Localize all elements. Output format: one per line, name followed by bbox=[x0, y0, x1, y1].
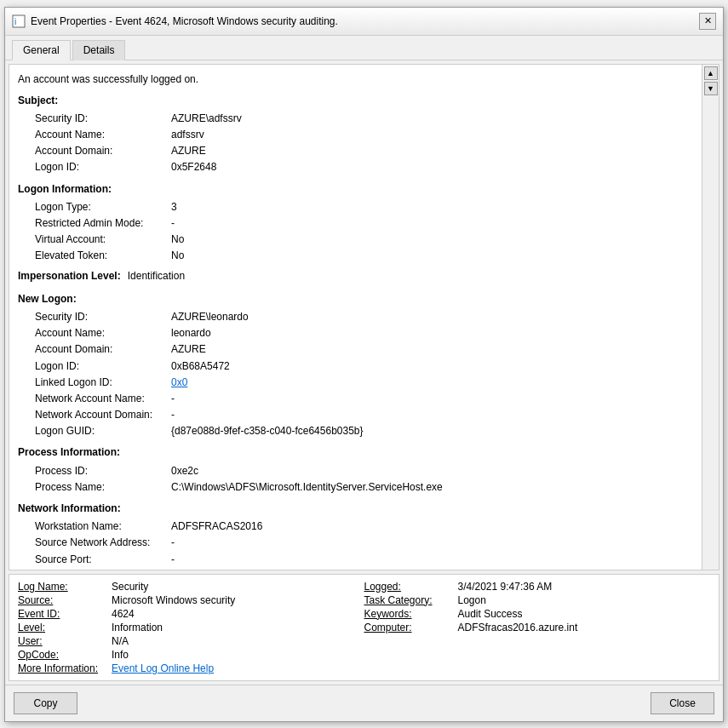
info-row-more-info: More Information: Event Log Online Help bbox=[18, 662, 364, 675]
close-button[interactable]: Close bbox=[651, 692, 714, 714]
value-new-account-domain: AZURE bbox=[171, 341, 206, 358]
value-virtual-account: No bbox=[171, 232, 184, 248]
info-row-logged: Logged: 3/4/2021 9:47:36 AM bbox=[364, 580, 711, 593]
field-linked-logon-id: Linked Logon ID: 0x0 bbox=[35, 375, 693, 391]
value-linked-logon-id[interactable]: 0x0 bbox=[171, 375, 187, 391]
info-row-keywords: Keywords: Audit Success bbox=[364, 607, 711, 621]
field-restricted-admin: Restricted Admin Mode: - bbox=[35, 215, 693, 232]
scroll-down-button[interactable]: ▼ bbox=[704, 82, 718, 95]
value-log-name: Security bbox=[112, 581, 148, 593]
value-task-category: Logon bbox=[458, 594, 486, 606]
window-title: Event Properties - Event 4624, Microsoft… bbox=[31, 15, 338, 27]
value-process-name: C:\Windows\ADFS\Microsoft.IdentityServer… bbox=[171, 479, 443, 496]
value-more-info[interactable]: Event Log Online Help bbox=[112, 662, 214, 674]
value-process-id: 0xe2c bbox=[171, 463, 198, 479]
label-logon-guid: Logon GUID: bbox=[35, 423, 171, 439]
label-account-domain: Account Domain: bbox=[35, 143, 171, 159]
label-virtual-account: Virtual Account: bbox=[35, 232, 171, 248]
info-row-source: Source: Microsoft Windows security bbox=[18, 593, 364, 607]
section-network-info: Network Information: bbox=[18, 501, 693, 517]
field-new-security-id: Security ID: AZURE\leonardo bbox=[35, 309, 693, 325]
label-source: Source: bbox=[18, 594, 112, 606]
label-security-id: Security ID: bbox=[35, 111, 171, 127]
info-row-task-category: Task Category: Logon bbox=[364, 593, 711, 607]
value-computer: ADFSfracas2016.azure.int bbox=[458, 622, 578, 633]
value-source-port: - bbox=[171, 552, 175, 568]
scrollable-content: An account was successfully logged on. S… bbox=[9, 64, 719, 570]
field-logon-type: Logon Type: 3 bbox=[35, 199, 693, 215]
label-impersonation: Impersonation Level: bbox=[18, 268, 121, 284]
info-left-col: Log Name: Security Source: Microsoft Win… bbox=[18, 580, 364, 675]
value-logon-type: 3 bbox=[171, 199, 177, 215]
label-level: Level: bbox=[18, 622, 112, 633]
value-elevated-token: No bbox=[171, 248, 184, 264]
event-text-content[interactable]: An account was successfully logged on. S… bbox=[9, 65, 702, 570]
label-more-info: More Information: bbox=[18, 662, 112, 674]
label-process-name: Process Name: bbox=[35, 479, 171, 496]
tab-details[interactable]: Details bbox=[72, 40, 126, 60]
value-keywords: Audit Success bbox=[458, 608, 523, 620]
value-new-logon-id: 0xB68A5472 bbox=[171, 358, 230, 375]
label-process-id: Process ID: bbox=[35, 463, 171, 479]
section-subject: Subject: bbox=[18, 93, 693, 109]
label-source-port: Source Port: bbox=[35, 552, 171, 568]
field-account-domain: Account Domain: AZURE bbox=[35, 143, 693, 159]
value-workstation-name: ADFSFRACAS2016 bbox=[171, 519, 262, 535]
info-row-log-name: Log Name: Security bbox=[18, 580, 364, 593]
label-event-id: Event ID: bbox=[18, 608, 112, 620]
info-right-col: Logged: 3/4/2021 9:47:36 AM Task Categor… bbox=[364, 580, 711, 675]
value-security-id: AZURE\adfssrv bbox=[171, 111, 242, 127]
label-new-account-domain: Account Domain: bbox=[35, 341, 171, 358]
label-logon-id-subject: Logon ID: bbox=[35, 159, 171, 175]
section-process-info: Process Information: bbox=[18, 444, 693, 461]
label-account-name: Account Name: bbox=[35, 127, 171, 143]
info-row-user: User: N/A bbox=[18, 634, 364, 648]
field-new-logon-id: Logon ID: 0xB68A5472 bbox=[35, 358, 693, 375]
label-source-network-address: Source Network Address: bbox=[35, 535, 171, 551]
value-impersonation: Identification bbox=[128, 268, 185, 286]
info-row-computer: Computer: ADFSfracas2016.azure.int bbox=[364, 621, 711, 634]
bottom-bar: Copy Close bbox=[5, 685, 723, 721]
field-logon-id-subject: Logon ID: 0x5F2648 bbox=[35, 159, 693, 175]
value-account-name: adfssrv bbox=[171, 127, 204, 143]
label-new-account-name: Account Name: bbox=[35, 325, 171, 341]
label-opcode: OpCode: bbox=[18, 649, 112, 661]
title-bar-left: i Event Properties - Event 4624, Microso… bbox=[12, 14, 338, 28]
info-row-level: Level: Information bbox=[18, 621, 364, 634]
title-bar: i Event Properties - Event 4624, Microso… bbox=[5, 8, 723, 36]
value-logon-id-subject: 0x5F2648 bbox=[171, 159, 216, 175]
event-icon: i bbox=[12, 14, 26, 28]
field-new-account-name: Account Name: leonardo bbox=[35, 325, 693, 341]
intro-text: An account was successfully logged on. bbox=[18, 72, 693, 88]
value-restricted-admin: - bbox=[171, 215, 175, 232]
value-source-network-address: - bbox=[171, 535, 175, 551]
info-panel: Log Name: Security Source: Microsoft Win… bbox=[9, 574, 719, 681]
label-elevated-token: Elevated Token: bbox=[35, 248, 171, 264]
field-virtual-account: Virtual Account: No bbox=[35, 232, 693, 248]
copy-button[interactable]: Copy bbox=[14, 692, 77, 714]
value-level: Information bbox=[112, 622, 163, 633]
scroll-up-button[interactable]: ▲ bbox=[704, 66, 718, 80]
label-new-logon-id: Logon ID: bbox=[35, 358, 171, 375]
field-process-id: Process ID: 0xe2c bbox=[35, 463, 693, 479]
value-network-account-domain: - bbox=[171, 407, 175, 423]
field-network-account-domain: Network Account Domain: - bbox=[35, 407, 693, 423]
value-new-security-id: AZURE\leonardo bbox=[171, 309, 249, 325]
content-area: An account was successfully logged on. S… bbox=[5, 60, 723, 685]
info-grid: Log Name: Security Source: Microsoft Win… bbox=[18, 580, 710, 675]
label-computer: Computer: bbox=[364, 622, 458, 633]
window-close-button[interactable]: ✕ bbox=[699, 13, 716, 30]
tab-general[interactable]: General bbox=[12, 40, 71, 60]
field-new-account-domain: Account Domain: AZURE bbox=[35, 341, 693, 358]
section-new-logon: New Logon: bbox=[18, 291, 693, 307]
label-logon-type: Logon Type: bbox=[35, 199, 171, 215]
field-source-port: Source Port: - bbox=[35, 552, 693, 568]
field-workstation-name: Workstation Name: ADFSFRACAS2016 bbox=[35, 519, 693, 535]
field-security-id: Security ID: AZURE\adfssrv bbox=[35, 111, 693, 127]
label-logged: Logged: bbox=[364, 581, 458, 593]
field-elevated-token: Elevated Token: No bbox=[35, 248, 693, 264]
value-source: Microsoft Windows security bbox=[112, 594, 235, 606]
value-opcode: Info bbox=[112, 649, 129, 661]
value-logon-guid: {d87e088d-9fef-c358-c040-fce6456b035b} bbox=[171, 423, 364, 439]
label-user: User: bbox=[18, 635, 112, 647]
